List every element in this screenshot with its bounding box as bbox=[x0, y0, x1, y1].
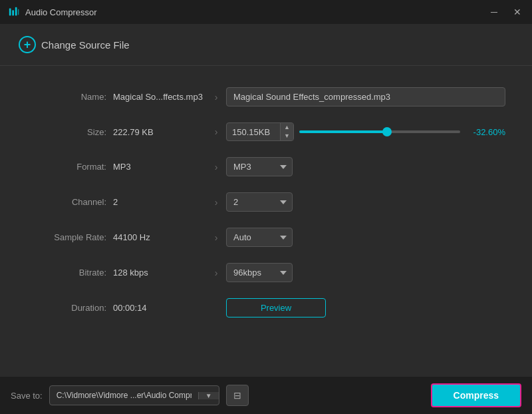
save-to-label: Save to: bbox=[11, 391, 43, 401]
save-path-input[interactable] bbox=[50, 386, 198, 405]
size-up-button[interactable]: ▲ bbox=[281, 123, 293, 132]
channel-label: Channel: bbox=[27, 197, 106, 207]
samplerate-row: Sample Rate: 44100 Hz › Auto 22050 Hz 44… bbox=[27, 220, 505, 255]
name-control bbox=[226, 87, 505, 106]
size-input-wrapper: ▲ ▼ bbox=[226, 122, 294, 141]
bitrate-source-value: 128 kbps bbox=[106, 268, 206, 278]
samplerate-source-value: 44100 Hz bbox=[106, 232, 206, 242]
title-bar: Audio Compressor ─ ✕ bbox=[0, 0, 532, 24]
format-control: MP3 AAC WAV FLAC bbox=[226, 157, 505, 176]
title-bar-left: Audio Compressor bbox=[8, 6, 97, 18]
compress-button[interactable]: Compress bbox=[431, 383, 521, 407]
duration-control: Preview bbox=[226, 298, 505, 317]
bitrate-select[interactable]: 64kbps 96kbps 128kbps 192kbps 256kbps 32… bbox=[226, 263, 293, 282]
name-arrow: › bbox=[206, 92, 226, 103]
size-percent-label: -32.60% bbox=[466, 127, 505, 137]
svg-rect-0 bbox=[9, 9, 11, 16]
footer: Save to: ▼ ⊟ Compress bbox=[0, 377, 532, 414]
app-title: Audio Compressor bbox=[25, 7, 97, 17]
add-source-icon: + bbox=[19, 36, 36, 53]
format-row: Format: MP3 › MP3 AAC WAV FLAC bbox=[27, 149, 505, 184]
open-folder-button[interactable]: ⊟ bbox=[226, 385, 249, 406]
channel-arrow: › bbox=[206, 197, 226, 208]
format-select[interactable]: MP3 AAC WAV FLAC bbox=[226, 157, 293, 176]
bitrate-label: Bitrate: bbox=[27, 268, 106, 278]
size-source-value: 222.79 KB bbox=[106, 127, 206, 137]
size-row: Size: 222.79 KB › ▲ ▼ -32.60% bbox=[27, 114, 505, 149]
channel-select[interactable]: 1 2 bbox=[226, 192, 293, 212]
size-slider[interactable] bbox=[299, 130, 460, 133]
duration-label: Duration: bbox=[27, 303, 106, 313]
minimize-button[interactable]: ─ bbox=[488, 6, 500, 18]
svg-rect-1 bbox=[12, 10, 14, 15]
size-label: Size: bbox=[27, 127, 106, 137]
size-output-input[interactable] bbox=[227, 124, 280, 140]
preview-button[interactable]: Preview bbox=[226, 298, 326, 317]
bitrate-row: Bitrate: 128 kbps › 64kbps 96kbps 128kbp… bbox=[27, 255, 505, 290]
folder-icon: ⊟ bbox=[233, 390, 241, 401]
name-row: Name: Magical So...ffects.mp3 › bbox=[27, 79, 505, 114]
channel-row: Channel: 2 › 1 2 bbox=[27, 184, 505, 220]
samplerate-label: Sample Rate: bbox=[27, 232, 106, 242]
svg-rect-3 bbox=[18, 9, 19, 15]
bitrate-arrow: › bbox=[206, 268, 226, 278]
samplerate-arrow: › bbox=[206, 232, 226, 243]
change-source-label: Change Source File bbox=[41, 39, 130, 51]
bitrate-control: 64kbps 96kbps 128kbps 192kbps 256kbps 32… bbox=[226, 263, 505, 282]
name-label: Name: bbox=[27, 92, 106, 102]
size-down-button[interactable]: ▼ bbox=[281, 132, 293, 140]
samplerate-select[interactable]: Auto 22050 Hz 44100 Hz 48000 Hz bbox=[226, 228, 293, 247]
size-arrow: › bbox=[206, 126, 226, 137]
channel-control: 1 2 bbox=[226, 192, 505, 212]
app-icon bbox=[8, 6, 20, 18]
duration-value: 00:00:14 bbox=[106, 303, 206, 313]
duration-row: Duration: 00:00:14 Preview bbox=[27, 290, 505, 325]
format-label: Format: bbox=[27, 162, 106, 172]
title-bar-controls: ─ ✕ bbox=[488, 6, 524, 18]
format-arrow: › bbox=[206, 162, 226, 172]
save-path-wrapper: ▼ bbox=[49, 385, 219, 405]
name-output-input[interactable] bbox=[226, 87, 505, 106]
format-source-value: MP3 bbox=[106, 162, 206, 172]
size-control: ▲ ▼ -32.60% bbox=[226, 122, 505, 141]
size-spinner: ▲ ▼ bbox=[280, 123, 293, 140]
channel-source-value: 2 bbox=[106, 197, 206, 207]
samplerate-control: Auto 22050 Hz 44100 Hz 48000 Hz bbox=[226, 228, 505, 247]
save-path-dropdown-button[interactable]: ▼ bbox=[198, 392, 219, 399]
toolbar: + Change Source File bbox=[0, 24, 532, 66]
close-button[interactable]: ✕ bbox=[511, 6, 524, 18]
name-source-value: Magical So...ffects.mp3 bbox=[106, 92, 206, 102]
main-content: Name: Magical So...ffects.mp3 › Size: 22… bbox=[0, 66, 532, 377]
change-source-button[interactable]: + Change Source File bbox=[13, 33, 135, 56]
svg-rect-2 bbox=[15, 7, 17, 16]
